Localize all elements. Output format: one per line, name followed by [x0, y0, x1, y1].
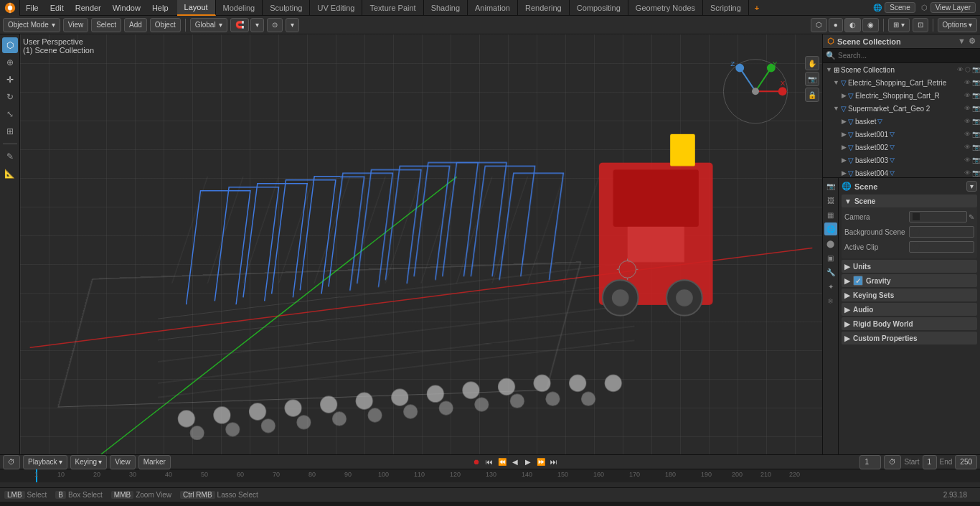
- step-forward-btn[interactable]: ⏩: [535, 456, 547, 468]
- list-item[interactable]: ▶ ▽ basket003 ▽ 👁 📷: [823, 154, 980, 167]
- proportional-type-btn[interactable]: ▾: [286, 18, 299, 32]
- xray-btn[interactable]: ⊡: [913, 18, 928, 32]
- render-props-btn[interactable]: 📷: [824, 179, 837, 192]
- time-indicator-btn[interactable]: ⏱: [884, 455, 901, 469]
- rotate-tool-btn[interactable]: ↻: [2, 89, 18, 105]
- tab-texture-paint[interactable]: Texture Paint: [362, 0, 423, 16]
- tab-rendering[interactable]: Rendering: [518, 0, 570, 16]
- render-icon-item[interactable]: 📷: [972, 66, 980, 73]
- list-item[interactable]: ▼ ▽ Electric_Shopping_Cart_Retrie 👁 📷: [823, 76, 980, 89]
- wireframe-shade-btn[interactable]: ⬡: [811, 18, 827, 32]
- toggle-icon[interactable]: ▶: [842, 156, 847, 164]
- annotate-tool-btn[interactable]: ✎: [2, 149, 18, 164]
- proportional-editing-btn[interactable]: ⊙: [267, 18, 283, 32]
- scene-section-header[interactable]: ▼ Scene: [842, 195, 977, 207]
- record-btn[interactable]: ⏺: [471, 456, 482, 468]
- transform-tool-btn[interactable]: ⊞: [2, 123, 18, 139]
- measure-tool-btn[interactable]: 📐: [2, 166, 18, 182]
- render-icon-item[interactable]: 📷: [972, 131, 980, 138]
- list-item[interactable]: ▼ ▽ Supermarket_Cart_Geo 2 👁 📷: [823, 102, 980, 115]
- gravity-checkbox[interactable]: ✓: [853, 276, 863, 286]
- transform-orientation-btn[interactable]: Global ▾: [190, 18, 227, 32]
- visibility-icon[interactable]: 👁: [964, 118, 971, 125]
- camera-view-btn[interactable]: 📷: [805, 72, 819, 86]
- menu-help[interactable]: Help: [146, 0, 174, 16]
- cursor-tool-btn[interactable]: ⊕: [2, 55, 18, 70]
- start-frame-input[interactable]: 1: [923, 455, 937, 469]
- snap-options-btn[interactable]: ▾: [250, 18, 264, 32]
- play-reverse-btn[interactable]: ◀: [509, 456, 521, 468]
- play-btn[interactable]: ▶: [522, 456, 534, 468]
- timeline-ruler[interactable]: 1 10 20 30 40 50 60 70 80 90 100 110 120…: [0, 469, 980, 482]
- viewport[interactable]: X Y Z: [20, 34, 822, 454]
- toggle-icon[interactable]: ▶: [842, 144, 847, 151]
- list-item[interactable]: ▶ ▽ basket002 ▽ 👁 📷: [823, 141, 980, 154]
- visibility-icon[interactable]: 👁: [964, 79, 971, 86]
- outliner-search-input[interactable]: [838, 52, 977, 60]
- rendered-shade-btn[interactable]: ◉: [862, 18, 879, 32]
- physics-props-btn[interactable]: ⚛: [824, 294, 837, 307]
- snap-magnet-btn[interactable]: 🧲: [230, 18, 249, 32]
- add-workspace-btn[interactable]: +: [749, 0, 765, 16]
- object-menu-btn[interactable]: Object: [150, 18, 181, 32]
- material-shade-btn[interactable]: ◐: [844, 18, 861, 32]
- background-scene-input[interactable]: [909, 226, 974, 238]
- list-item[interactable]: ▼ ⊞ Scene Collection 👁 ⬡ 📷: [823, 63, 980, 76]
- visibility-icon[interactable]: 👁: [964, 105, 971, 112]
- visibility-icon[interactable]: 👁: [964, 144, 971, 151]
- scale-tool-btn[interactable]: ⤡: [2, 106, 18, 122]
- object-props-btn[interactable]: ▣: [824, 251, 837, 264]
- toggle-icon[interactable]: ▼: [833, 79, 839, 86]
- select-menu-btn[interactable]: Select: [91, 18, 121, 32]
- custom-props-header[interactable]: ▶ Custom Properties: [842, 332, 977, 345]
- tab-animation[interactable]: Animation: [468, 0, 518, 16]
- tab-compositing[interactable]: Compositing: [570, 0, 628, 16]
- visibility-icon[interactable]: 👁: [964, 156, 971, 164]
- outliner-filter-icon[interactable]: ▼: [958, 37, 966, 46]
- render-icon-item[interactable]: 📷: [972, 144, 980, 151]
- world-props-btn[interactable]: ⬤: [824, 237, 837, 250]
- add-menu-btn[interactable]: Add: [124, 18, 147, 32]
- current-frame-input[interactable]: 1: [859, 455, 881, 469]
- modifier-props-btn[interactable]: 🔧: [824, 266, 837, 278]
- jump-end-btn[interactable]: ⏭: [548, 456, 560, 468]
- active-clip-input[interactable]: [909, 241, 974, 253]
- rigid-body-header[interactable]: ▶ Rigid Body World: [842, 317, 977, 330]
- end-frame-input[interactable]: 250: [955, 455, 977, 469]
- camera-input[interactable]: [909, 211, 967, 222]
- render-icon-item[interactable]: 📷: [972, 156, 980, 164]
- menu-file[interactable]: File: [20, 0, 44, 16]
- tab-scripting[interactable]: Scripting: [703, 0, 749, 16]
- units-section-header[interactable]: ▶ Units: [842, 260, 977, 273]
- overlay-btn[interactable]: ⊞ ▾: [888, 18, 910, 32]
- toggle-icon[interactable]: ▶: [842, 92, 847, 99]
- keying-menu-btn[interactable]: Keying ▾: [70, 455, 108, 469]
- view-layer-props-btn[interactable]: ▦: [824, 208, 837, 221]
- tab-layout[interactable]: Layout: [177, 0, 216, 16]
- tab-geometry-nodes[interactable]: Geometry Nodes: [628, 0, 703, 16]
- select-tool-btn[interactable]: ⬡: [2, 37, 18, 53]
- object-mode-btn[interactable]: Object Mode ▾: [3, 18, 60, 32]
- gravity-section-header[interactable]: ▶ ✓ Gravity: [842, 274, 977, 287]
- move-tool-btn[interactable]: ✛: [2, 72, 18, 88]
- audio-section-header[interactable]: ▶ Audio: [842, 303, 977, 316]
- list-item[interactable]: ▶ ▽ Electric_Shopping_Cart_R 👁 📷: [823, 89, 980, 102]
- toggle-icon[interactable]: ▼: [833, 105, 839, 112]
- view-layer-selector[interactable]: View Layer: [930, 2, 976, 13]
- render-icon-item[interactable]: 📷: [972, 118, 980, 125]
- tab-sculpting[interactable]: Sculpting: [263, 0, 310, 16]
- options-btn[interactable]: Options ▾: [938, 18, 977, 32]
- menu-render[interactable]: Render: [70, 0, 107, 16]
- lock-view-btn[interactable]: 🔒: [805, 88, 819, 102]
- scene-props-btn[interactable]: 🌐: [824, 222, 837, 235]
- render-icon-item[interactable]: 📷: [972, 92, 980, 99]
- timeline-icon-btn[interactable]: ⏱: [3, 455, 20, 469]
- jump-start-btn[interactable]: ⏮: [484, 456, 495, 468]
- render-icon-item[interactable]: 📷: [972, 169, 980, 177]
- particles-props-btn[interactable]: ✦: [824, 280, 837, 293]
- step-back-btn[interactable]: ⏪: [496, 456, 508, 468]
- toggle-icon[interactable]: ▶: [842, 131, 847, 138]
- visibility-icon[interactable]: 👁: [964, 131, 971, 138]
- view-menu-btn[interactable]: View: [63, 18, 89, 32]
- render-icon-item[interactable]: 📷: [972, 79, 980, 86]
